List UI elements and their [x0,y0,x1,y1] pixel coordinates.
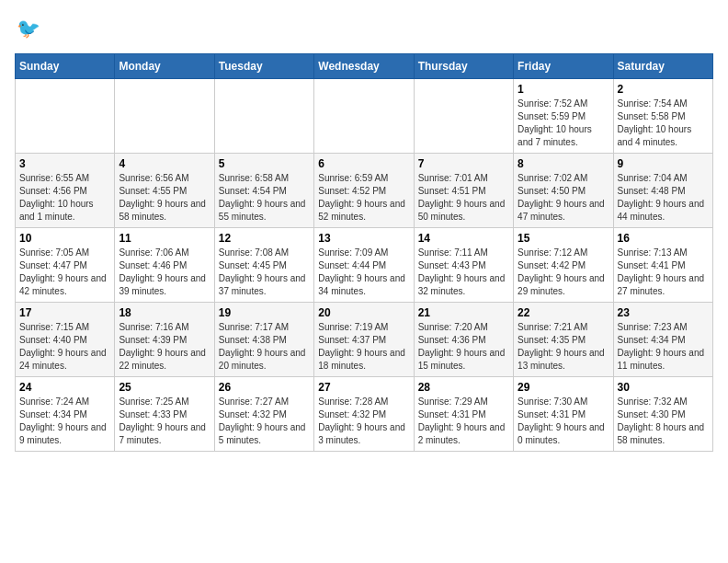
day-info: Sunrise: 7:30 AM Sunset: 4:31 PM Dayligh… [518,396,609,447]
calendar-day-cell: 15Sunrise: 7:12 AM Sunset: 4:42 PM Dayli… [514,228,613,303]
day-info: Sunrise: 7:17 AM Sunset: 4:38 PM Dayligh… [219,321,310,373]
day-number: 22 [518,306,609,319]
day-number: 13 [318,232,409,245]
day-number: 10 [19,232,110,245]
day-info: Sunrise: 7:20 AM Sunset: 4:36 PM Dayligh… [418,321,509,373]
day-number: 1 [518,83,609,96]
day-info: Sunrise: 7:16 AM Sunset: 4:39 PM Dayligh… [119,321,210,373]
calendar-day-cell: 5Sunrise: 6:58 AM Sunset: 4:54 PM Daylig… [214,154,313,228]
day-number: 28 [418,381,509,394]
calendar-day-cell: 13Sunrise: 7:09 AM Sunset: 4:44 PM Dayli… [314,228,414,303]
day-of-week-header: Wednesday [314,54,414,79]
day-info: Sunrise: 6:55 AM Sunset: 4:56 PM Dayligh… [19,172,110,224]
calendar-day-cell: 22Sunrise: 7:21 AM Sunset: 4:35 PM Dayli… [514,303,613,377]
calendar-day-cell: 2Sunrise: 7:54 AM Sunset: 5:58 PM Daylig… [613,79,712,154]
day-number: 9 [618,157,709,170]
calendar-week-row: 1Sunrise: 7:52 AM Sunset: 5:59 PM Daylig… [16,79,713,154]
calendar-day-cell: 26Sunrise: 7:27 AM Sunset: 4:32 PM Dayli… [214,377,313,452]
day-info: Sunrise: 7:12 AM Sunset: 4:42 PM Dayligh… [518,247,609,298]
day-info: Sunrise: 7:23 AM Sunset: 4:34 PM Dayligh… [618,321,709,373]
day-number: 18 [119,306,210,319]
day-of-week-header: Monday [115,54,214,79]
day-info: Sunrise: 7:25 AM Sunset: 4:33 PM Dayligh… [119,396,210,447]
calendar-day-cell [414,79,513,154]
calendar-day-cell: 17Sunrise: 7:15 AM Sunset: 4:40 PM Dayli… [16,303,115,377]
calendar-day-cell: 25Sunrise: 7:25 AM Sunset: 4:33 PM Dayli… [115,377,214,452]
day-number: 17 [19,306,110,319]
calendar-day-cell: 1Sunrise: 7:52 AM Sunset: 5:59 PM Daylig… [514,79,613,154]
day-number: 16 [618,232,709,245]
calendar-day-cell: 6Sunrise: 6:59 AM Sunset: 4:52 PM Daylig… [314,154,414,228]
day-info: Sunrise: 6:56 AM Sunset: 4:55 PM Dayligh… [119,172,210,224]
calendar-day-cell: 8Sunrise: 7:02 AM Sunset: 4:50 PM Daylig… [514,154,613,228]
calendar-day-cell [314,79,414,154]
calendar-week-row: 3Sunrise: 6:55 AM Sunset: 4:56 PM Daylig… [16,154,713,228]
day-number: 27 [318,381,409,394]
day-number: 3 [19,157,110,170]
calendar-day-cell: 18Sunrise: 7:16 AM Sunset: 4:39 PM Dayli… [115,303,214,377]
day-number: 7 [418,157,509,170]
calendar-week-row: 17Sunrise: 7:15 AM Sunset: 4:40 PM Dayli… [16,303,713,377]
calendar-day-cell: 28Sunrise: 7:29 AM Sunset: 4:31 PM Dayli… [414,377,513,452]
day-number: 25 [119,381,210,394]
day-number: 5 [219,157,310,170]
day-info: Sunrise: 6:59 AM Sunset: 4:52 PM Dayligh… [318,172,409,224]
calendar-table: SundayMondayTuesdayWednesdayThursdayFrid… [15,53,713,452]
calendar-day-cell: 29Sunrise: 7:30 AM Sunset: 4:31 PM Dayli… [514,377,613,452]
logo-icon: 🐦 [15,15,44,44]
day-info: Sunrise: 7:32 AM Sunset: 4:30 PM Dayligh… [618,396,709,447]
day-number: 20 [318,306,409,319]
calendar-header-row: SundayMondayTuesdayWednesdayThursdayFrid… [16,54,713,79]
calendar-day-cell: 10Sunrise: 7:05 AM Sunset: 4:47 PM Dayli… [16,228,115,303]
day-info: Sunrise: 7:21 AM Sunset: 4:35 PM Dayligh… [518,321,609,373]
calendar-day-cell: 30Sunrise: 7:32 AM Sunset: 4:30 PM Dayli… [613,377,712,452]
day-number: 29 [518,381,609,394]
day-info: Sunrise: 7:27 AM Sunset: 4:32 PM Dayligh… [219,396,310,447]
day-info: Sunrise: 7:02 AM Sunset: 4:50 PM Dayligh… [518,172,609,224]
calendar-day-cell: 12Sunrise: 7:08 AM Sunset: 4:45 PM Dayli… [214,228,313,303]
day-number: 21 [418,306,509,319]
calendar-day-cell: 23Sunrise: 7:23 AM Sunset: 4:34 PM Dayli… [613,303,712,377]
day-of-week-header: Tuesday [214,54,313,79]
calendar-day-cell [214,79,313,154]
calendar-day-cell: 11Sunrise: 7:06 AM Sunset: 4:46 PM Dayli… [115,228,214,303]
calendar-day-cell [16,79,115,154]
calendar-day-cell [115,79,214,154]
day-number: 2 [618,83,709,96]
day-of-week-header: Sunday [16,54,115,79]
calendar-day-cell: 14Sunrise: 7:11 AM Sunset: 4:43 PM Dayli… [414,228,513,303]
day-info: Sunrise: 7:11 AM Sunset: 4:43 PM Dayligh… [418,247,509,298]
day-number: 24 [19,381,110,394]
day-info: Sunrise: 7:06 AM Sunset: 4:46 PM Dayligh… [119,247,210,298]
calendar-day-cell: 9Sunrise: 7:04 AM Sunset: 4:48 PM Daylig… [613,154,712,228]
calendar-day-cell: 19Sunrise: 7:17 AM Sunset: 4:38 PM Dayli… [214,303,313,377]
day-number: 14 [418,232,509,245]
day-info: Sunrise: 7:13 AM Sunset: 4:41 PM Dayligh… [618,247,709,298]
day-number: 4 [119,157,210,170]
day-info: Sunrise: 7:04 AM Sunset: 4:48 PM Dayligh… [618,172,709,224]
day-info: Sunrise: 7:05 AM Sunset: 4:47 PM Dayligh… [19,247,110,298]
calendar-day-cell: 7Sunrise: 7:01 AM Sunset: 4:51 PM Daylig… [414,154,513,228]
calendar-week-row: 10Sunrise: 7:05 AM Sunset: 4:47 PM Dayli… [16,228,713,303]
day-info: Sunrise: 7:29 AM Sunset: 4:31 PM Dayligh… [418,396,509,447]
day-info: Sunrise: 7:01 AM Sunset: 4:51 PM Dayligh… [418,172,509,224]
day-info: Sunrise: 7:52 AM Sunset: 5:59 PM Dayligh… [518,98,609,149]
calendar-day-cell: 27Sunrise: 7:28 AM Sunset: 4:32 PM Dayli… [314,377,414,452]
day-number: 26 [219,381,310,394]
day-of-week-header: Thursday [414,54,513,79]
calendar-day-cell: 21Sunrise: 7:20 AM Sunset: 4:36 PM Dayli… [414,303,513,377]
svg-text:🐦: 🐦 [17,17,40,40]
day-info: Sunrise: 7:54 AM Sunset: 5:58 PM Dayligh… [618,98,709,149]
day-info: Sunrise: 7:09 AM Sunset: 4:44 PM Dayligh… [318,247,409,298]
day-number: 12 [219,232,310,245]
day-info: Sunrise: 7:15 AM Sunset: 4:40 PM Dayligh… [19,321,110,373]
day-info: Sunrise: 6:58 AM Sunset: 4:54 PM Dayligh… [219,172,310,224]
day-info: Sunrise: 7:19 AM Sunset: 4:37 PM Dayligh… [318,321,409,373]
day-of-week-header: Friday [514,54,613,79]
day-number: 8 [518,157,609,170]
page-header: 🐦 [15,15,713,44]
day-info: Sunrise: 7:08 AM Sunset: 4:45 PM Dayligh… [219,247,310,298]
calendar-day-cell: 16Sunrise: 7:13 AM Sunset: 4:41 PM Dayli… [613,228,712,303]
day-number: 15 [518,232,609,245]
calendar-week-row: 24Sunrise: 7:24 AM Sunset: 4:34 PM Dayli… [16,377,713,452]
